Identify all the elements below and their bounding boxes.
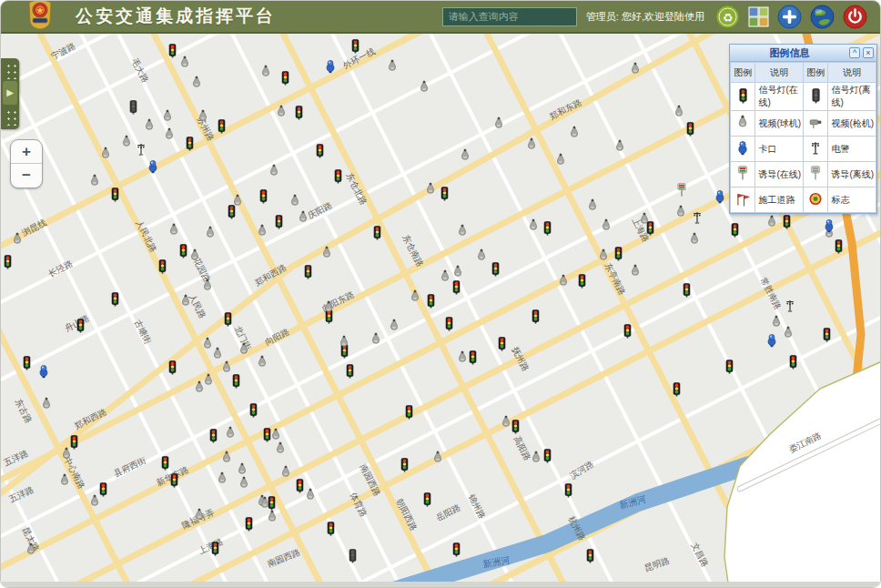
traffic-signal-online-icon[interactable] [615, 248, 622, 261]
traffic-signal-online-icon[interactable] [512, 421, 519, 434]
add-plus-button[interactable] [777, 5, 802, 29]
traffic-signal-online-icon[interactable] [687, 123, 694, 137]
header-bar: 公安交通集成指挥平台 管理员: 您好,欢迎登陆使用 ♻ [1, 1, 880, 34]
traffic-signal-online-icon[interactable] [684, 284, 690, 298]
traffic-signal-online-icon[interactable] [492, 263, 499, 277]
traffic-signal-online-icon[interactable] [246, 518, 252, 532]
traffic-signal-online-icon[interactable] [624, 325, 631, 339]
legend-icon-szdl [731, 188, 755, 213]
traffic-signal-online-icon[interactable] [587, 550, 593, 563]
traffic-signal-online-icon[interactable] [276, 216, 282, 229]
traffic-signal-online-icon[interactable] [212, 542, 218, 556]
legend-close-button[interactable]: × [863, 47, 874, 58]
traffic-signal-online-icon[interactable] [532, 310, 539, 324]
zoom-in-button[interactable]: + [11, 140, 42, 163]
app-window: 公安交通集成指挥平台 管理员: 您好,欢迎登陆使用 ♻ [0, 0, 881, 588]
traffic-signal-online-icon[interactable] [446, 318, 452, 331]
legend-icon-tloff [803, 83, 827, 111]
map-globe-button[interactable] [810, 5, 835, 29]
traffic-signal-online-icon[interactable] [5, 256, 11, 269]
traffic-signal-online-icon[interactable] [424, 493, 430, 507]
traffic-signal-online-icon[interactable] [326, 310, 332, 324]
traffic-signal-online-icon[interactable] [565, 484, 572, 498]
traffic-signal-online-icon[interactable] [453, 543, 460, 557]
legend-column-header: 图例 [803, 63, 827, 83]
traffic-signal-online-icon[interactable] [544, 222, 551, 236]
grip-dots [5, 107, 16, 126]
zoom-out-button[interactable]: − [11, 163, 42, 186]
traffic-signal-online-icon[interactable] [77, 319, 84, 333]
traffic-signal-online-icon[interactable] [647, 222, 653, 236]
legend-table-head: 图例说明图例说明 [731, 63, 876, 83]
traffic-signal-online-icon[interactable] [328, 522, 334, 536]
traffic-signal-online-icon[interactable] [250, 404, 257, 418]
traffic-signal-online-icon[interactable] [317, 145, 323, 158]
traffic-signal-offline-icon[interactable] [130, 101, 137, 115]
recycle-refresh-button[interactable]: ♻ [715, 5, 740, 29]
legend-label: 诱导(在线) [755, 162, 804, 188]
traffic-signal-online-icon[interactable] [673, 383, 680, 397]
traffic-signal-online-icon[interactable] [374, 227, 380, 240]
traffic-signal-online-icon[interactable] [297, 480, 303, 493]
traffic-signal-online-icon[interactable] [784, 216, 790, 229]
traffic-signal-online-icon[interactable] [824, 329, 830, 342]
traffic-signal-online-icon[interactable] [112, 188, 118, 202]
layers-grid-button[interactable] [748, 6, 769, 27]
traffic-signal-online-icon[interactable] [305, 266, 311, 279]
traffic-signal-online-icon[interactable] [210, 430, 217, 443]
traffic-signal-online-icon[interactable] [180, 245, 187, 259]
traffic-signal-online-icon[interactable] [579, 275, 585, 289]
traffic-signal-online-icon[interactable] [401, 459, 408, 472]
traffic-signal-online-icon[interactable] [544, 450, 551, 463]
traffic-signal-online-icon[interactable] [162, 457, 168, 471]
traffic-signal-online-icon[interactable] [228, 206, 235, 219]
legend-title: 图例信息 [730, 46, 849, 60]
traffic-signal-online-icon[interactable] [352, 40, 359, 54]
traffic-signal-online-icon[interactable] [835, 240, 842, 254]
traffic-signal-online-icon[interactable] [790, 356, 796, 370]
grid-icon [748, 6, 769, 27]
traffic-signal-online-icon[interactable] [470, 351, 476, 365]
logout-power-button[interactable] [843, 5, 867, 29]
grip-dots [5, 61, 16, 79]
traffic-signal-online-icon[interactable] [71, 436, 77, 450]
traffic-signal-online-icon[interactable] [260, 190, 267, 204]
traffic-signal-online-icon[interactable] [732, 224, 738, 238]
legend-collapse-button[interactable]: ^ [849, 47, 860, 58]
legend-label: 视频(枪机) [828, 111, 876, 137]
traffic-signal-online-icon[interactable] [335, 170, 341, 184]
page-title: 公安交通集成指挥平台 [76, 5, 276, 28]
traffic-signal-online-icon[interactable] [406, 406, 412, 420]
traffic-signal-online-icon[interactable] [726, 360, 733, 374]
traffic-signal-online-icon[interactable] [296, 106, 302, 120]
traffic-signal-online-icon[interactable] [24, 357, 30, 370]
traffic-signal-online-icon[interactable] [441, 188, 448, 201]
traffic-signal-online-icon[interactable] [347, 365, 353, 379]
traffic-signal-offline-icon[interactable] [349, 550, 356, 563]
legend-icon-bz [803, 188, 827, 213]
traffic-signal-online-icon[interactable] [100, 483, 106, 497]
traffic-signal-online-icon[interactable] [169, 361, 176, 375]
traffic-signal-online-icon[interactable] [282, 72, 289, 86]
search-input[interactable] [442, 7, 577, 26]
side-panel-toggle[interactable]: ▶ [1, 58, 19, 129]
traffic-signal-online-icon[interactable] [341, 345, 348, 359]
traffic-signal-online-icon[interactable] [264, 429, 270, 442]
traffic-signal-online-icon[interactable] [171, 474, 177, 488]
traffic-signal-online-icon[interactable] [268, 497, 275, 511]
traffic-signal-online-icon[interactable] [453, 281, 460, 295]
traffic-signal-online-icon[interactable] [233, 375, 239, 389]
traffic-signal-online-icon[interactable] [159, 260, 166, 274]
legend-titlebar[interactable]: 图例信息 ^ × [730, 45, 876, 62]
police-badge-logo [26, 0, 54, 34]
window-bottom-edge [1, 582, 880, 587]
traffic-signal-online-icon[interactable] [169, 45, 176, 58]
legend-header-row: 图例说明图例说明 [731, 63, 876, 83]
traffic-signal-online-icon[interactable] [499, 338, 505, 351]
expand-arrow-icon[interactable]: ▶ [3, 81, 17, 105]
traffic-signal-online-icon[interactable] [218, 120, 225, 134]
traffic-signal-online-icon[interactable] [187, 137, 193, 151]
traffic-signal-online-icon[interactable] [225, 313, 231, 327]
traffic-signal-online-icon[interactable] [428, 295, 434, 309]
traffic-signal-online-icon[interactable] [112, 293, 118, 307]
